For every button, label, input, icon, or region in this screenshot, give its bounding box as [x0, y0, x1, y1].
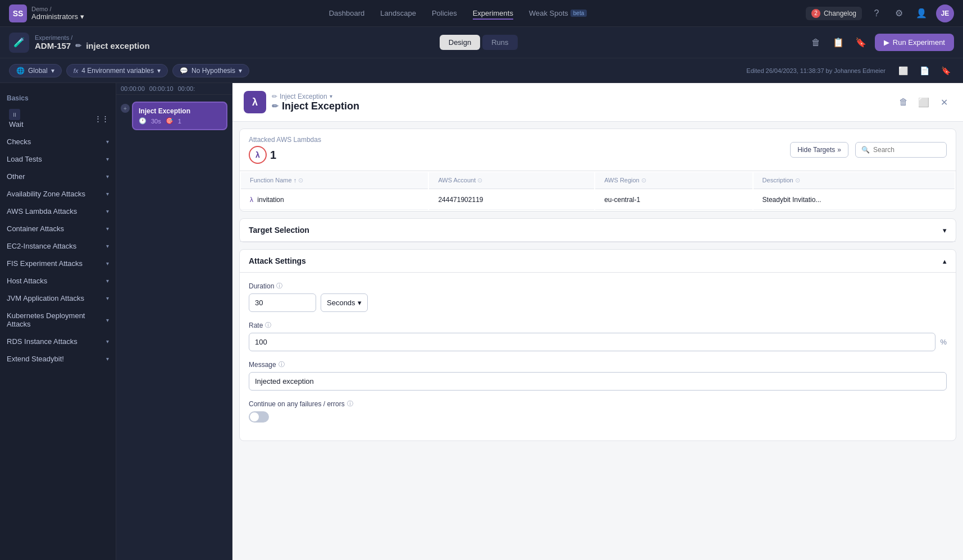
targets-header: Attacked AWS Lambdas λ 1 Hide Targets » …	[240, 129, 956, 171]
target-selection-header[interactable]: Target Selection ▾	[240, 219, 956, 242]
targets-table-head: Function Name ↑ ⊙ AWS Account ⊙ AWS Regi…	[241, 172, 955, 189]
sidebar-ec2-attacks[interactable]: EC2-Instance Attacks ▾	[0, 237, 116, 255]
host-attacks-label: Host Attacks	[7, 277, 47, 285]
detail-close-button[interactable]: ✕	[936, 94, 952, 110]
sidebar-lambda-attacks[interactable]: AWS Lambda Attacks ▾	[0, 203, 116, 220]
th-function-name: Function Name ↑ ⊙	[241, 172, 428, 189]
message-label: Message ⓘ	[249, 360, 947, 369]
attack-settings-header[interactable]: Attack Settings ▴	[240, 250, 956, 273]
message-info-icon: ⓘ	[279, 360, 285, 369]
detail-copy-button[interactable]: ⬜	[916, 94, 932, 110]
toolbar-doc-button[interactable]: 📄	[916, 62, 933, 79]
toolbar: 🌐 Global ▾ fx 4 Environment variables ▾ …	[0, 58, 963, 83]
tab-runs[interactable]: Runs	[482, 35, 517, 50]
nav-landscape[interactable]: Landscape	[380, 7, 416, 20]
global-tag[interactable]: 🌐 Global ▾	[9, 64, 62, 77]
org-name[interactable]: Administrators ▾	[31, 12, 84, 21]
continue-toggle[interactable]	[249, 411, 269, 423]
hypothesis-tag[interactable]: 💬 No Hypothesis ▾	[172, 64, 249, 77]
edit-pencil-icon: ✏	[272, 93, 277, 100]
attack-settings-body: Duration ⓘ Seconds ▾ Rate	[240, 273, 956, 440]
message-input[interactable]	[249, 372, 947, 391]
avatar-button[interactable]: JE	[936, 4, 954, 22]
sidebar-fis-attacks[interactable]: FIS Experiment Attacks ▾	[0, 255, 116, 272]
sidebar-container-attacks[interactable]: Container Attacks ▾	[0, 220, 116, 237]
duration-input[interactable]	[249, 293, 316, 312]
copy-experiment-button[interactable]: 📋	[830, 34, 847, 51]
changelog-badge: 2	[811, 9, 820, 18]
sidebar-rds-attacks[interactable]: RDS Instance Attacks ▾	[0, 333, 116, 350]
sidebar-az-attacks[interactable]: Availability Zone Attacks ▾	[0, 185, 116, 203]
duration-input-row: Seconds ▾	[249, 293, 947, 312]
run-icon: ▶	[884, 38, 889, 47]
chevron-down-icon: ▾	[51, 67, 54, 75]
target-lambda-icon: λ	[249, 146, 267, 164]
help-button[interactable]: ?	[869, 6, 884, 21]
sidebar-jvm-attacks[interactable]: JVM Application Attacks ▾	[0, 290, 116, 307]
tab-design[interactable]: Design	[440, 35, 480, 50]
attack-settings-title: Attack Settings	[249, 256, 306, 265]
rate-input[interactable]	[249, 333, 935, 351]
filter-icon-region[interactable]: ⊙	[641, 177, 646, 183]
filter-icon[interactable]: ⊙	[298, 177, 303, 183]
nav-policies[interactable]: Policies	[432, 7, 457, 20]
type-chevron[interactable]: ▾	[330, 93, 332, 99]
hide-targets-button[interactable]: Hide Targets »	[790, 142, 848, 158]
nav-left: SS Demo / Administrators ▾	[9, 4, 110, 22]
detail-title-group: ✏ Inject Exception ▾ ✏ Inject Exception	[272, 93, 359, 112]
targets-label: Attacked AWS Lambdas λ 1	[249, 136, 321, 164]
bookmark-experiment-button[interactable]: 🔖	[852, 34, 869, 51]
duration-group: Duration ⓘ Seconds ▾	[249, 282, 947, 312]
time-1: 00:00:10	[149, 85, 174, 92]
targets-table-body: λ invitation 244471902119 eu-central-1 S…	[241, 190, 955, 210]
container-attacks-chevron: ▾	[106, 226, 109, 232]
rate-suffix: %	[940, 338, 947, 346]
toolbar-bookmark-button[interactable]: 🔖	[937, 62, 954, 79]
user-button[interactable]: 👤	[914, 6, 929, 21]
targets-search-input[interactable]	[873, 146, 941, 154]
detail-delete-button[interactable]: 🗑	[896, 94, 911, 110]
run-experiment-button[interactable]: ▶ Run Experiment	[875, 34, 954, 51]
collapse-icon: ▾	[943, 226, 947, 235]
jvm-attacks-label: JVM Application Attacks	[7, 294, 84, 302]
targets-search-box: 🔍	[855, 142, 947, 158]
sidebar-k8s-attacks[interactable]: Kubernetes Deployment Attacks ▾	[0, 307, 116, 333]
table-header-row: Function Name ↑ ⊙ AWS Account ⊙ AWS Regi…	[241, 172, 955, 189]
rate-input-row: %	[249, 333, 947, 351]
changelog-button[interactable]: 2 Changelog	[806, 7, 862, 20]
sort-icon[interactable]: ↑	[294, 177, 297, 183]
continue-info-icon: ⓘ	[347, 400, 353, 408]
delete-experiment-button[interactable]: 🗑	[807, 34, 824, 51]
timeline-add-button[interactable]: +	[121, 104, 130, 113]
env-vars-tag[interactable]: fx 4 Environment variables ▾	[66, 64, 168, 77]
experiment-id: ADM-157	[35, 41, 71, 51]
nav-weak-spots[interactable]: Weak Spots beta	[529, 7, 587, 20]
comment-icon: 💬	[180, 67, 188, 75]
filter-icon-desc[interactable]: ⊙	[795, 177, 800, 183]
sidebar-checks[interactable]: Checks ▾	[0, 133, 116, 150]
org-label: Demo /	[31, 6, 84, 12]
search-icon: 🔍	[861, 146, 870, 154]
edit-icon[interactable]: ✏	[75, 42, 81, 50]
toolbar-copy-button[interactable]: ⬜	[894, 62, 911, 79]
sub-header-left: 🧪 Experiments / ADM-157 ✏ inject excepti…	[9, 33, 150, 53]
settings-button[interactable]: ⚙	[891, 6, 907, 21]
sidebar-host-attacks[interactable]: Host Attacks ▾	[0, 272, 116, 290]
time-2: 00:00:	[178, 85, 195, 92]
duration-unit-select[interactable]: Seconds ▾	[321, 293, 368, 312]
nav-dashboard[interactable]: Dashboard	[329, 7, 365, 20]
timeline-header: 00:00:00 00:00:10 00:00:	[116, 83, 232, 95]
nav-experiments[interactable]: Experiments	[473, 7, 513, 20]
sidebar-extend-steadybit[interactable]: Extend Steadybit! ▾	[0, 350, 116, 368]
ec2-attacks-label: EC2-Instance Attacks	[7, 242, 76, 250]
sub-header: 🧪 Experiments / ADM-157 ✏ inject excepti…	[0, 27, 963, 58]
filter-icon-account[interactable]: ⊙	[477, 177, 482, 183]
detail-header-right: 🗑 ⬜ ✕	[896, 94, 952, 110]
sidebar-other[interactable]: Other ▾	[0, 168, 116, 185]
inject-exception-card[interactable]: Inject Exception 🕐 30s 🎯 1	[132, 102, 227, 130]
attack-settings-section: Attack Settings ▴ Duration ⓘ Seconds ▾	[239, 249, 956, 441]
checks-label: Checks	[7, 137, 31, 146]
chevron-down-icon-env: ▾	[157, 67, 161, 75]
sidebar-wait-item[interactable]: ⏸ Wait ⋮⋮	[0, 104, 116, 133]
sidebar-load-tests[interactable]: Load Tests ▾	[0, 150, 116, 168]
